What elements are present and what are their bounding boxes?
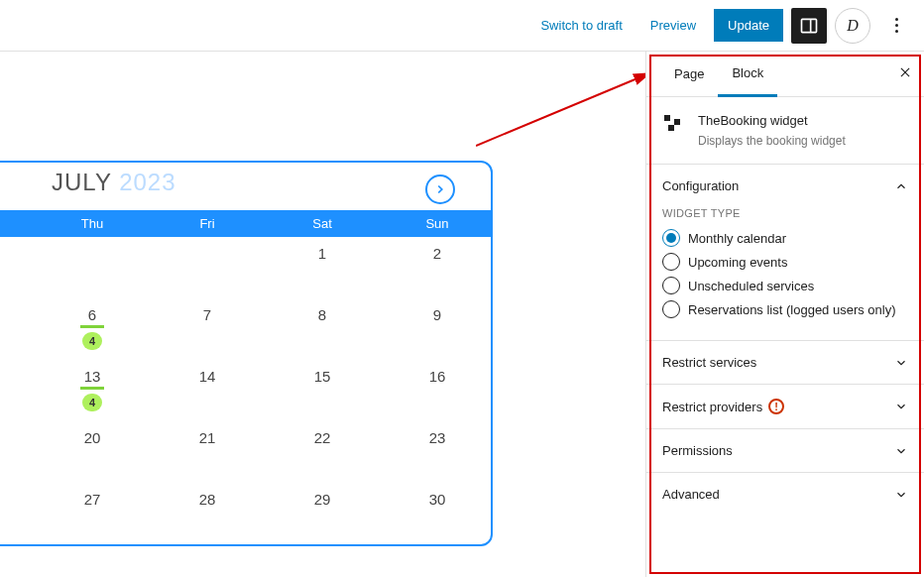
block-title: TheBooking widget — [698, 113, 846, 128]
day-header: Sat — [265, 210, 380, 237]
radio-icon — [662, 229, 680, 247]
calendar-cell[interactable]: 27 — [35, 483, 150, 544]
calendar-grid: 12647891341415162021222327282930 — [0, 237, 491, 544]
calendar-row: 12 — [0, 237, 491, 298]
svg-line-2 — [476, 73, 649, 146]
calendar-day-number: 27 — [35, 491, 150, 508]
radio-icon — [662, 253, 680, 271]
svg-rect-0 — [802, 19, 817, 32]
tab-block[interactable]: Block — [718, 52, 777, 97]
panel-permissions-header[interactable]: Permissions — [646, 429, 924, 472]
calendar-day-number: 6 — [35, 306, 150, 323]
chevron-up-icon — [894, 179, 908, 193]
availability-indicator — [80, 387, 104, 390]
calendar-header: JULY 2023 — [0, 163, 491, 210]
calendar-day-number: 20 — [35, 429, 150, 446]
booking-count-badge: 4 — [82, 332, 102, 350]
preview-link[interactable]: Preview — [640, 10, 706, 41]
calendar-row: 27282930 — [0, 483, 491, 544]
close-sidebar-button[interactable] — [898, 65, 912, 83]
chevron-down-icon — [894, 356, 908, 370]
calendar-day-number: 16 — [380, 368, 493, 385]
panel-restrict-services-header[interactable]: Restrict services — [646, 341, 924, 384]
calendar-next-button[interactable] — [425, 174, 455, 204]
calendar-cell[interactable]: 29 — [265, 483, 380, 544]
radio-label: Reservations list (logged users only) — [688, 302, 896, 317]
calendar-day-number: 21 — [150, 429, 265, 446]
calendar-day-number: 28 — [150, 491, 265, 508]
calendar-day-number: 15 — [265, 368, 380, 385]
calendar-row: 134141516 — [0, 360, 491, 421]
calendar-day-number: 14 — [150, 368, 265, 385]
calendar-cell — [150, 237, 265, 298]
panel-restrict-providers-header[interactable]: Restrict providers ! — [646, 385, 924, 428]
calendar-day-number: 8 — [265, 306, 380, 323]
calendar-cell[interactable]: 22 — [265, 421, 380, 483]
calendar-cell[interactable]: 23 — [380, 421, 493, 483]
tab-page[interactable]: Page — [660, 53, 718, 95]
panel-title: Advanced — [662, 487, 720, 502]
sidebar-icon — [799, 16, 819, 36]
calendar-day-headers: Thu Fri Sat Sun — [0, 210, 491, 237]
editor-topbar: Switch to draft Preview Update D — [0, 0, 924, 52]
calendar-cell[interactable]: 64 — [35, 298, 150, 360]
calendar-cell[interactable]: 28 — [150, 483, 265, 544]
calendar-cell[interactable]: 1 — [265, 237, 380, 298]
calendar-day-number: 30 — [380, 491, 493, 508]
radio-icon — [662, 277, 680, 294]
block-info: TheBooking widget Displays the booking w… — [646, 97, 924, 165]
booking-block-icon — [662, 113, 686, 137]
panel-configuration-body: WIDGET TYPE Monthly calendarUpcoming eve… — [646, 207, 924, 340]
divi-button[interactable]: D — [835, 8, 870, 44]
calendar-cell[interactable]: 15 — [265, 360, 380, 421]
calendar-cell[interactable]: 2 — [380, 237, 493, 298]
calendar-cell[interactable]: 16 — [380, 360, 493, 421]
availability-indicator — [80, 325, 104, 328]
panel-configuration-header[interactable]: Configuration — [646, 165, 924, 207]
panel-advanced-header[interactable]: Advanced — [646, 473, 924, 516]
day-header: Thu — [35, 210, 150, 237]
panel-title: Restrict providers — [662, 400, 762, 414]
calendar-day-number: 13 — [35, 368, 150, 385]
panel-title: Restrict services — [662, 355, 756, 370]
block-description: Displays the booking widget — [698, 134, 846, 148]
calendar-day-number: 22 — [265, 429, 380, 446]
calendar-title: JULY 2023 — [52, 169, 176, 196]
calendar-cell[interactable]: 21 — [150, 421, 265, 483]
booking-count-badge: 4 — [82, 394, 102, 411]
panel-advanced: Advanced — [646, 473, 924, 516]
panel-restrict-providers: Restrict providers ! — [646, 385, 924, 429]
block-meta: TheBooking widget Displays the booking w… — [698, 113, 846, 148]
warning-icon: ! — [768, 399, 784, 414]
sidebar-tabs: Page Block — [646, 52, 924, 97]
chevron-right-icon — [433, 182, 447, 196]
calendar-cell[interactable]: 8 — [265, 298, 380, 360]
calendar-cell[interactable]: 134 — [35, 360, 150, 421]
update-button[interactable]: Update — [714, 9, 783, 42]
calendar-day-number: 1 — [265, 245, 380, 262]
calendar-day-number: 23 — [380, 429, 493, 446]
widget-type-option[interactable]: Reservations list (logged users only) — [662, 300, 908, 318]
panel-permissions: Permissions — [646, 429, 924, 473]
more-dots-icon — [895, 18, 898, 33]
view-sidebar-button[interactable] — [791, 8, 827, 44]
panel-configuration: Configuration WIDGET TYPE Monthly calend… — [646, 165, 924, 341]
calendar-row: 64789 — [0, 298, 491, 360]
close-icon — [898, 65, 912, 79]
calendar-cell[interactable]: 7 — [150, 298, 265, 360]
radio-label: Monthly calendar — [688, 231, 786, 246]
widget-type-option[interactable]: Unscheduled services — [662, 277, 908, 294]
calendar-day-number: 9 — [380, 306, 493, 323]
settings-sidebar: Page Block TheBooking widget Displays th… — [645, 52, 924, 577]
calendar-cell[interactable]: 20 — [35, 421, 150, 483]
divi-icon: D — [847, 17, 859, 35]
widget-type-option[interactable]: Monthly calendar — [662, 229, 908, 247]
radio-label: Unscheduled services — [688, 279, 814, 293]
switch-to-draft-link[interactable]: Switch to draft — [530, 10, 632, 41]
calendar-cell[interactable]: 14 — [150, 360, 265, 421]
widget-type-option[interactable]: Upcoming events — [662, 253, 908, 271]
calendar-cell[interactable]: 30 — [380, 483, 493, 544]
calendar-cell[interactable]: 9 — [380, 298, 493, 360]
calendar-year: 2023 — [119, 169, 175, 195]
more-menu-button[interactable] — [878, 8, 914, 44]
